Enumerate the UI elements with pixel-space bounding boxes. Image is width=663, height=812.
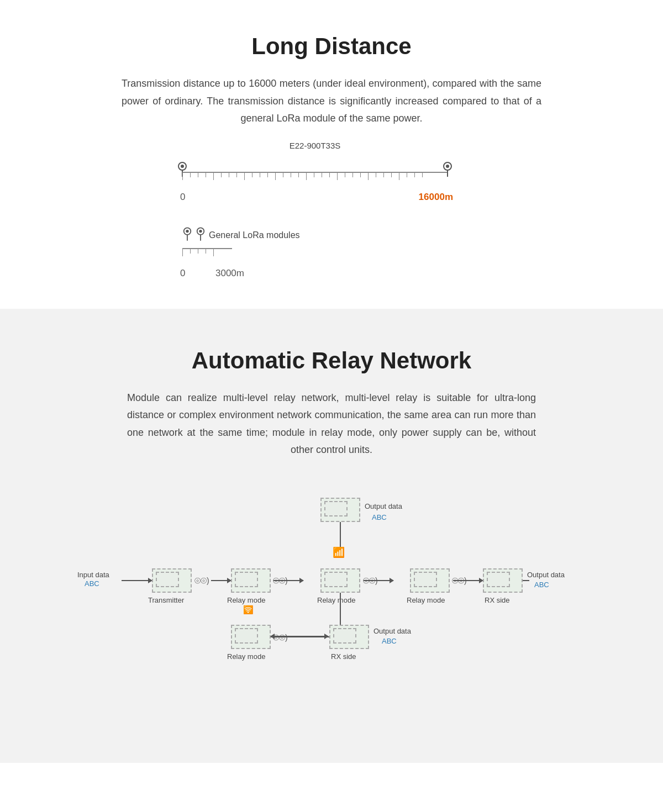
rx-side1-label: RX side (485, 596, 510, 604)
relay4-label: Relay mode (227, 652, 265, 661)
svg-point-4 (446, 165, 449, 168)
relay-diagram: Output data ABC 📶 Input data ABC Transmi… (66, 487, 597, 719)
relay2-box (320, 568, 360, 593)
input-abc-label: ABC (85, 579, 99, 588)
relay-network-desc: Module can realize multi-level relay net… (127, 389, 536, 459)
rx-side2-label: RX side (331, 652, 356, 661)
general-right-pin (196, 227, 206, 244)
arrow-to-relay4 (271, 636, 298, 637)
output-abc-right: ABC (534, 581, 549, 589)
e22-model-label: E22-900T33S (290, 141, 341, 150)
arrow4 (453, 580, 483, 581)
general-lora-row: General LoRa modules 0 3000m (182, 227, 300, 265)
top-output-box (320, 498, 360, 522)
rx-side2-box (329, 625, 369, 649)
relay3-box (410, 568, 450, 593)
input-data-label: Input data (77, 571, 109, 579)
relay2-label: Relay mode (317, 596, 355, 604)
e22-row: E22-900T33S (182, 155, 448, 188)
arrow3 (364, 580, 393, 581)
transmitter-box (152, 568, 192, 593)
wave-bottom-icon: ⦾⦾) (273, 633, 288, 642)
output-data-top-label: Output data (365, 502, 402, 510)
top-wifi-icon: 📶 (333, 546, 345, 558)
e22-ruler: 0 16000m (182, 172, 448, 188)
e22-start-label: 0 (180, 192, 185, 203)
relay1-wifi-icon: 🛜 (243, 605, 254, 615)
arrow2 (273, 580, 303, 581)
e22-right-pin (442, 162, 453, 180)
relay1-label: Relay mode (227, 596, 265, 604)
general-end-label: 3000m (215, 268, 244, 279)
general-start-label: 0 (180, 268, 185, 279)
svg-point-7 (186, 229, 188, 232)
distance-diagram: E22-900T33S (66, 155, 597, 265)
bottom-arrow-relay4 (231, 636, 271, 637)
long-distance-section: Long Distance Transmission distance up t… (0, 0, 663, 309)
general-left-pin (182, 227, 192, 244)
transmitter-label: Transmitter (148, 596, 184, 604)
long-distance-desc: Transmission distance up to 16000 meters… (122, 75, 541, 128)
output-abc-bottom: ABC (382, 637, 397, 645)
input-arrow (122, 580, 152, 581)
relay-network-section: Automatic Relay Network Module can reali… (0, 309, 663, 763)
wave1-icon: ⦾⦾) (194, 576, 209, 586)
relay4-box (231, 625, 271, 649)
output-data-bottom-label: Output data (373, 627, 411, 635)
rx-side1-box (483, 568, 523, 593)
relay3-label: Relay mode (407, 596, 445, 604)
arrow-right-out (523, 580, 529, 581)
svg-point-10 (199, 229, 202, 232)
output-data-right-label: Output data (527, 571, 565, 579)
arrow1 (211, 580, 231, 581)
general-lora-label: General LoRa modules (209, 230, 300, 240)
long-distance-title: Long Distance (66, 33, 597, 60)
arrow-relay4-rx2 (298, 636, 328, 637)
output-abc-top: ABC (372, 513, 387, 521)
svg-point-1 (181, 165, 184, 168)
relay1-box (231, 568, 271, 593)
e22-end-label: 16000m (419, 192, 453, 203)
general-ruler: 0 3000m (182, 248, 232, 265)
relay-network-title: Automatic Relay Network (44, 347, 619, 374)
